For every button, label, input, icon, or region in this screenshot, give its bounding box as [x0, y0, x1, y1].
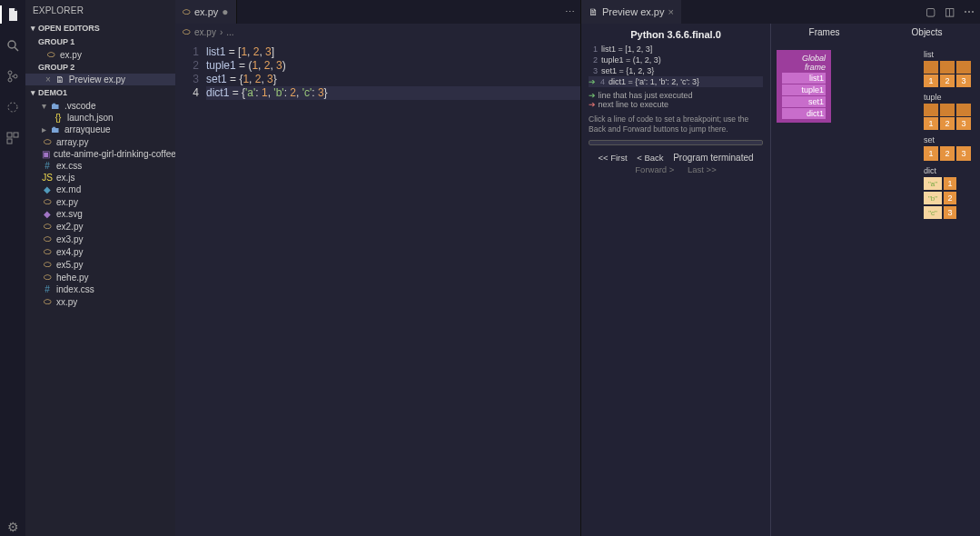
- explorer-title: EXPLORER: [25, 0, 175, 21]
- python-file-icon: ⬭: [42, 221, 53, 232]
- settings-gear-icon[interactable]: ⚙: [4, 518, 22, 536]
- file-label: ex.py: [56, 197, 78, 207]
- last-button[interactable]: Last >>: [688, 164, 717, 174]
- first-button[interactable]: << First: [598, 153, 627, 163]
- global-frame: Global frame list1 tuple1 set1 dict1: [777, 50, 831, 219]
- tab-close-icon[interactable]: ×: [668, 6, 673, 17]
- file-launch-json[interactable]: {}launch.json: [25, 112, 175, 124]
- code-area[interactable]: list1 = [1, 2, 3] tuple1 = (1, 2, 3) set…: [206, 40, 580, 536]
- step-slider[interactable]: [589, 140, 763, 145]
- tutor-code[interactable]: 1list1 = [1, 2, 3] 2tuple1 = (1, 2, 3) 3…: [589, 44, 763, 87]
- file-label: xx.py: [56, 297, 77, 307]
- tutor-line[interactable]: 2tuple1 = (1, 2, 3): [589, 55, 763, 65]
- preview-left: Python 3.6.6.final.0 1list1 = [1, 2, 3] …: [581, 24, 771, 536]
- preview-file-icon: 🗎: [54, 74, 65, 84]
- file-ex-js[interactable]: JSex.js: [25, 172, 175, 184]
- tab-more-icon[interactable]: ⋯: [559, 0, 580, 24]
- obj-dict: dict "a"1 "b"2 "c"3: [924, 166, 971, 219]
- folder-icon: 🖿: [50, 101, 61, 111]
- python-version: Python 3.6.6.final.0: [589, 29, 763, 40]
- frame-var: tuple1: [782, 84, 826, 95]
- file-label: ex3.py: [56, 234, 83, 244]
- tab-close-icon[interactable]: ●: [222, 5, 228, 18]
- frame-var: set1: [782, 96, 826, 107]
- python-file-icon: ⬭: [42, 233, 53, 244]
- frames-header: Frames: [773, 27, 876, 37]
- file-label: ex.js: [56, 173, 75, 183]
- tab-ex-py[interactable]: ⬭ ex.py ●: [175, 0, 237, 24]
- python-file-icon: ⬭: [42, 246, 53, 257]
- code-line[interactable]: set1 = {1, 2, 3}: [206, 73, 580, 86]
- open-editors-section[interactable]: ▾OPEN EDITORS: [25, 21, 175, 35]
- more-icon[interactable]: ⋯: [964, 5, 975, 18]
- open-editors-label: OPEN EDITORS: [38, 24, 100, 33]
- file-ex5-py[interactable]: ⬭ex5.py: [25, 258, 175, 271]
- svg-point-3: [8, 78, 12, 82]
- css-file-icon: #: [42, 284, 53, 294]
- python-file-icon: ⬭: [42, 296, 53, 307]
- file-array-py[interactable]: ⬭array.py: [25, 135, 175, 148]
- image-file-icon: ▣: [42, 149, 50, 159]
- legend: ➔ line that has just executed ➔ next lin…: [589, 91, 763, 109]
- python-file-icon: ⬭: [183, 6, 191, 17]
- file-ex3-py[interactable]: ⬭ex3.py: [25, 233, 175, 245]
- file-ex4-py[interactable]: ⬭ex4.py: [25, 245, 175, 258]
- executed-arrow-icon: ➔: [589, 77, 596, 86]
- folder-vscode[interactable]: ▾🖿.vscode: [25, 100, 175, 112]
- css-file-icon: #: [42, 161, 53, 171]
- python-file-icon: ⬭: [42, 136, 53, 147]
- forward-button[interactable]: Forward >: [635, 164, 674, 174]
- file-label: ex.py: [60, 50, 82, 60]
- file-label: array.py: [56, 137, 88, 147]
- files-icon[interactable]: [0, 5, 25, 24]
- file-ex-css[interactable]: #ex.css: [25, 160, 175, 172]
- tutor-line[interactable]: 1list1 = [1, 2, 3]: [589, 44, 763, 55]
- close-icon[interactable]: ×: [45, 74, 51, 84]
- tab-label: ex.py: [194, 6, 218, 17]
- code-line[interactable]: dict1 = {'a': 1, 'b': 2, 'c': 3}: [206, 86, 580, 100]
- breadcrumb[interactable]: ⬭ ex.py › ...: [175, 24, 580, 40]
- editor-group: ⬭ ex.py ● ⋯ ⬭ ex.py › ... 1 2 3 4 list1 …: [175, 0, 580, 536]
- file-label: index.css: [56, 284, 94, 294]
- nav-controls: << First < Back Program terminated Forwa…: [589, 153, 763, 174]
- legend-text: next line to execute: [599, 100, 669, 109]
- source-control-icon[interactable]: [4, 67, 22, 85]
- code-line[interactable]: tuple1 = (1, 2, 3): [206, 59, 580, 73]
- file-cute-image[interactable]: ▣cute-anime-girl-drinking-coffee.jpg: [25, 148, 175, 160]
- python-file-icon: ⬭: [42, 196, 53, 207]
- file-index-css[interactable]: #index.css: [25, 283, 175, 295]
- file-ex-svg[interactable]: ◆ex.svg: [25, 208, 175, 220]
- open-editor-preview-ex-py[interactable]: ×🗎Preview ex.py: [25, 74, 175, 85]
- back-button[interactable]: < Back: [637, 153, 663, 163]
- search-icon[interactable]: [4, 36, 22, 55]
- tutor-line[interactable]: ➔4dict1 = {'a': 1, 'b': 2, 'c': 3}: [589, 76, 763, 87]
- debug-icon[interactable]: [4, 98, 22, 116]
- json-file-icon: {}: [53, 113, 64, 123]
- file-xx-py[interactable]: ⬭xx.py: [25, 295, 175, 308]
- line-number: 4: [175, 86, 199, 100]
- tab-preview-ex-py[interactable]: 🗎 Preview ex.py ×: [581, 0, 681, 24]
- extensions-icon[interactable]: [4, 129, 22, 147]
- preview-body: Python 3.6.6.final.0 1list1 = [1, 2, 3] …: [581, 24, 980, 536]
- file-ex-md[interactable]: ◆ex.md: [25, 184, 175, 195]
- preview-right: Frames Objects Global frame list1 tuple1…: [771, 24, 980, 536]
- svg-file-icon: ◆: [42, 209, 53, 219]
- demo-folder-section[interactable]: ▾DEMO1: [25, 85, 175, 100]
- code-editor[interactable]: 1 2 3 4 list1 = [1, 2, 3] tuple1 = (1, 2…: [175, 40, 580, 536]
- preview-file-icon: 🗎: [589, 6, 599, 17]
- layout-icon[interactable]: ▢: [926, 5, 935, 18]
- file-ex2-py[interactable]: ⬭ex2.py: [25, 220, 175, 233]
- file-label: hehe.py: [56, 273, 89, 283]
- file-label: ex.svg: [56, 209, 83, 219]
- preview-panel: 🗎 Preview ex.py × ▢ ◫ ⋯ Python 3.6.6.fin…: [580, 0, 980, 536]
- obj-label: set: [924, 135, 971, 144]
- tab-label: Preview ex.py: [602, 6, 664, 17]
- open-editor-ex-py[interactable]: ⬭ex.py: [25, 48, 175, 61]
- js-file-icon: JS: [42, 173, 53, 183]
- tutor-line[interactable]: 3set1 = {1, 2, 3}: [589, 65, 763, 76]
- split-icon[interactable]: ◫: [945, 5, 955, 18]
- folder-arrayqueue[interactable]: ▸🖿arrayqueue: [25, 124, 175, 135]
- code-line[interactable]: list1 = [1, 2, 3]: [206, 45, 580, 59]
- file-hehe-py[interactable]: ⬭hehe.py: [25, 271, 175, 283]
- file-ex-py[interactable]: ⬭ex.py: [25, 195, 175, 208]
